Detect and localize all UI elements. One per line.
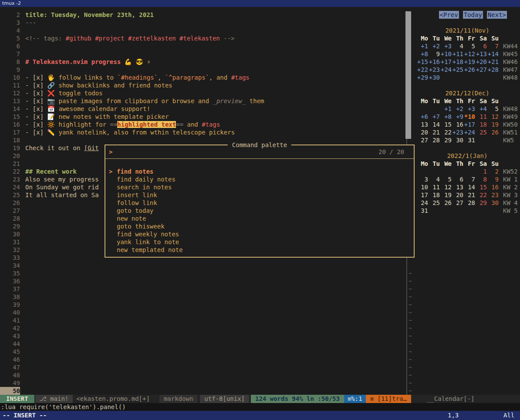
calendar-day[interactable]: +17 (440, 58, 452, 66)
calendar-day[interactable]: +16 (428, 58, 440, 66)
calendar-day[interactable]: 9 (487, 175, 499, 183)
palette-item[interactable]: goto thisweek (105, 222, 414, 230)
calendar-day[interactable]: +26 (463, 66, 475, 74)
editor-line[interactable]: 17- [x] ✏️ yank notelink, also from wthi… (0, 128, 406, 136)
calendar-day[interactable]: +23 (428, 66, 440, 74)
calendar-day[interactable]: +17 (463, 121, 475, 128)
calendar-day[interactable]: 12 (440, 183, 452, 191)
command-line[interactable]: :lua require('telekasten').panel() (0, 403, 520, 411)
palette-item[interactable]: goto today (105, 207, 414, 215)
calendar-day[interactable]: +3 (440, 42, 452, 50)
calendar-day[interactable]: +28 (487, 66, 499, 74)
calendar-day[interactable]: 5 (463, 42, 475, 50)
editor-line[interactable]: 41 (0, 316, 406, 324)
calendar-day[interactable]: 25 (428, 199, 440, 207)
calendar-day[interactable]: 18 (475, 121, 487, 128)
calendar-day[interactable]: 7 (487, 42, 499, 50)
calendar-day[interactable]: 18 (428, 191, 440, 199)
calendar-day[interactable]: 6 (475, 42, 487, 50)
calendar-day[interactable]: 24 (416, 199, 428, 207)
calendar-day[interactable]: 26 (487, 128, 499, 136)
palette-item[interactable]: find weekly notes (105, 230, 414, 238)
calendar-day[interactable]: 27 (416, 136, 428, 144)
editor-line[interactable]: 42 (0, 324, 406, 332)
calendar-day[interactable]: 31 (416, 207, 428, 215)
editor-line[interactable]: 18 (0, 136, 406, 144)
calendar-day[interactable]: +13 (475, 50, 487, 58)
calendar-day[interactable]: +1 (440, 105, 452, 113)
calendar-day[interactable]: 10 (416, 183, 428, 191)
editor-line[interactable]: 16- [x] 🔆 highlight for ==highlighted te… (0, 121, 406, 128)
editor-line[interactable]: 14- [x] 📅 awesome calendar support! (0, 105, 406, 113)
editor-line[interactable]: 48 (0, 371, 406, 379)
editor-line[interactable]: 34 (0, 262, 406, 269)
calendar-day[interactable]: 15 (440, 121, 452, 128)
calendar-day[interactable]: +2 (428, 42, 440, 50)
calendar-day[interactable]: +20 (475, 58, 487, 66)
palette-item[interactable]: yank link to note (105, 238, 414, 246)
calendar-day[interactable]: +24 (440, 66, 452, 74)
calendar-today-button[interactable]: Today (463, 11, 483, 19)
calendar-day[interactable]: +11 (452, 50, 463, 58)
calendar-day[interactable]: 4 (452, 42, 463, 50)
calendar-day[interactable]: 3 (416, 175, 428, 183)
editor-line[interactable]: 9 (0, 66, 406, 74)
editor-line[interactable]: 11- [x] 🔗 show backlinks and friend note… (0, 81, 406, 89)
calendar-day[interactable]: +23 (452, 128, 463, 136)
calendar-day[interactable]: +14 (487, 50, 499, 58)
calendar-day[interactable]: 4 (428, 175, 440, 183)
calendar-day[interactable]: 1 (475, 168, 487, 175)
calendar-day[interactable]: 19 (440, 191, 452, 199)
calendar-day[interactable]: 21 (463, 191, 475, 199)
calendar-prev-button[interactable]: <Prev (439, 11, 459, 19)
calendar-day[interactable]: +8 (440, 113, 452, 121)
calendar-day[interactable]: 31 (463, 136, 475, 144)
palette-item[interactable]: new templated note (105, 246, 414, 254)
editor-line[interactable]: 47 (0, 363, 406, 371)
calendar-day[interactable]: 2 (487, 168, 499, 175)
calendar-day[interactable]: +22 (416, 66, 428, 74)
calendar-day[interactable]: 28 (463, 199, 475, 207)
calendar-day[interactable]: +21 (487, 58, 499, 66)
editor-line[interactable]: 43 (0, 332, 406, 340)
editor-line[interactable]: 37 (0, 285, 406, 293)
calendar-day[interactable]: +12 (463, 50, 475, 58)
calendar-day[interactable]: 8 (475, 175, 487, 183)
calendar-day[interactable]: 22 (475, 191, 487, 199)
calendar-day[interactable]: 26 (440, 199, 452, 207)
calendar-day[interactable]: +30 (428, 74, 440, 81)
calendar-day[interactable]: 14 (463, 183, 475, 191)
calendar-day[interactable]: 28 (428, 136, 440, 144)
editor-line[interactable]: 13- [x] 📷 paste images from clipboard or… (0, 97, 406, 105)
calendar-day[interactable]: 20 (452, 191, 463, 199)
calendar-day[interactable]: 16 (487, 183, 499, 191)
calendar-day[interactable]: 7 (463, 175, 475, 183)
calendar-day[interactable]: +19 (463, 58, 475, 66)
editor-line[interactable]: 49 (0, 379, 406, 387)
calendar-day[interactable]: +15 (416, 58, 428, 66)
calendar-day[interactable]: +3 (463, 105, 475, 113)
editor-line[interactable]: 40 (0, 309, 406, 316)
palette-item[interactable]: follow link (105, 199, 414, 207)
calendar-day[interactable]: +27 (475, 66, 487, 74)
calendar-day[interactable]: +4 (475, 105, 487, 113)
scrollbar-thumb[interactable] (405, 11, 411, 139)
calendar-day[interactable]: 30 (487, 199, 499, 207)
calendar-day[interactable]: 13 (416, 121, 428, 128)
calendar-day-today[interactable]: *10 (463, 113, 475, 121)
calendar-day[interactable]: 25 (475, 128, 487, 136)
calendar-next-button[interactable]: Next> (487, 11, 507, 19)
editor-line[interactable]: 10- [x] 🖐 follow links to `#headings`, `… (0, 74, 406, 81)
calendar-day[interactable]: 11 (475, 113, 487, 121)
palette-item[interactable]: find daily notes (105, 175, 414, 183)
calendar-day[interactable]: 19 (487, 121, 499, 128)
editor-line[interactable]: 3--- (0, 19, 406, 27)
calendar-day[interactable]: 20 (416, 128, 428, 136)
calendar-day[interactable]: +24 (463, 128, 475, 136)
calendar-day[interactable]: +29 (416, 74, 428, 81)
calendar-day[interactable]: 17 (416, 191, 428, 199)
calendar-day[interactable]: +10 (440, 50, 452, 58)
calendar-day[interactable]: 23 (487, 191, 499, 199)
editor-line[interactable]: 15- [x] 📝 new notes with template picker (0, 113, 406, 121)
calendar-day[interactable]: 29 (440, 136, 452, 144)
